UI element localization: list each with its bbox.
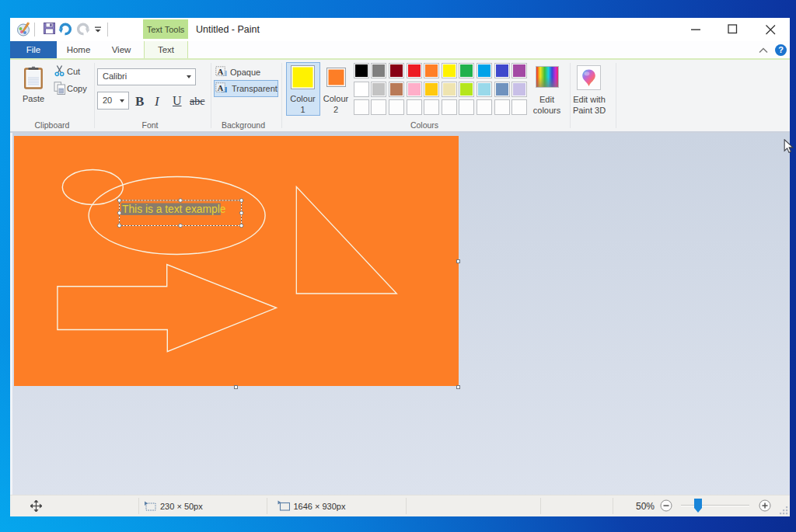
svg-text:A: A (218, 83, 224, 92)
svg-text:This is a text example: This is a text example (122, 203, 226, 215)
svg-text:A: A (218, 68, 224, 76)
